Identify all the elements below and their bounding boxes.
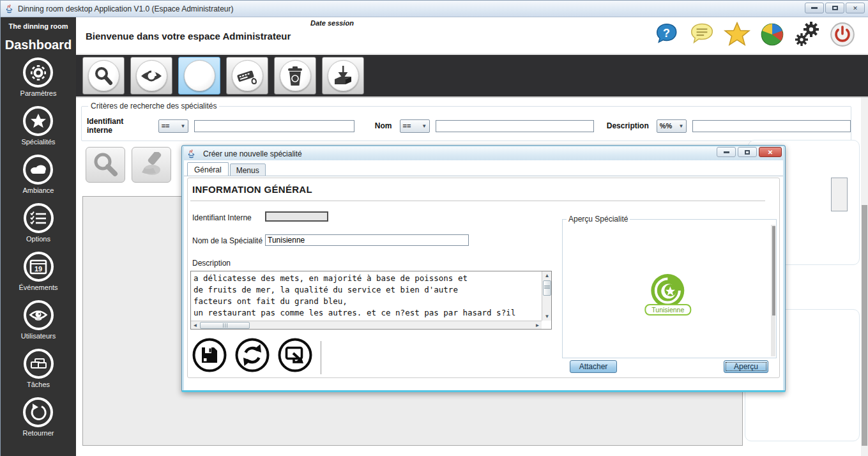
- search-id-operator-select[interactable]: ==▼: [158, 119, 189, 133]
- search-icon: [88, 60, 119, 91]
- id-internal-field[interactable]: [265, 211, 328, 222]
- scroll-down-arrow[interactable]: ▼: [542, 312, 552, 321]
- search-name-operator-select[interactable]: ==▼: [400, 119, 430, 133]
- search-execute-button[interactable]: [86, 147, 125, 183]
- vertical-scrollbar[interactable]: ▲ ▼: [542, 271, 551, 321]
- search-id-input[interactable]: [194, 120, 354, 132]
- scrollbar-thumb[interactable]: [200, 322, 250, 329]
- scrollbar-thumb[interactable]: [862, 205, 867, 446]
- close-button[interactable]: ✕: [846, 3, 865, 13]
- scroll-left-arrow[interactable]: ◄: [191, 321, 199, 330]
- dialog-close-button[interactable]: ✕: [759, 147, 782, 157]
- preview-legend: Aperçu Spécialité: [567, 215, 630, 224]
- sidebar-item-ambiance[interactable]: Ambiance: [23, 155, 54, 203]
- create-specialty-dialog: Créer une nouvelle spécialité ✕ Général …: [181, 145, 786, 392]
- refresh-button[interactable]: [234, 337, 270, 373]
- main-scrollbar[interactable]: [861, 98, 868, 456]
- section-heading: INFORMATION GÉNÉRAL: [192, 184, 312, 195]
- attach-button[interactable]: Attacher: [570, 360, 617, 373]
- toolbar-edit-button[interactable]: [226, 57, 268, 95]
- dialog-minimize-button[interactable]: [717, 147, 736, 157]
- window-title: Dinning room desktop Application V1.0 (E…: [18, 4, 234, 13]
- toolbar: [76, 54, 868, 98]
- dashboard-heading: Dashboard: [5, 38, 72, 52]
- specialty-badge-label: Tunisienne: [644, 304, 691, 315]
- gear-icon: [23, 57, 53, 87]
- preview-button[interactable]: Aperçu: [724, 360, 768, 373]
- toolbar-search-button[interactable]: [82, 57, 125, 95]
- header-actions: ?: [653, 20, 856, 49]
- sidebar: The dinning room Dashboard Paramètres Sp…: [1, 17, 76, 456]
- minimize-button[interactable]: [805, 3, 824, 13]
- heading-rule: [190, 201, 765, 201]
- exit-button[interactable]: [277, 337, 313, 373]
- description-text[interactable]: a délicatesse des mets, en majorité à ba…: [192, 272, 541, 320]
- gears-icon[interactable]: [794, 20, 821, 49]
- chevron-down-icon: ▼: [678, 123, 683, 129]
- maximize-button[interactable]: [825, 3, 844, 13]
- search-name-input[interactable]: [436, 120, 594, 132]
- preview-scrollbar[interactable]: [771, 225, 775, 356]
- trash-icon: [280, 60, 311, 91]
- description-textarea[interactable]: a délicatesse des mets, en majorité à ba…: [190, 271, 552, 330]
- specialty-preview-item[interactable]: Tunisienne: [644, 273, 691, 315]
- eye-icon: [24, 300, 54, 330]
- toolbar-view-button[interactable]: [130, 57, 172, 95]
- horizontal-scrollbar[interactable]: ◄ ►: [191, 321, 542, 329]
- dialog-title: Créer une nouvelle spécialité: [203, 149, 302, 158]
- calendar-icon: 19: [24, 252, 54, 282]
- dialog-content: INFORMATION GÉNÉRAL Identifiant Interne …: [184, 176, 783, 390]
- scrollbar-thumb[interactable]: [772, 226, 775, 315]
- search-icon: [93, 152, 118, 178]
- toolbar-archive-button[interactable]: [322, 57, 364, 95]
- keyboard-icon: [232, 60, 263, 91]
- search-criteria-group: Critères de recherche des spécialités Id…: [81, 102, 851, 141]
- scroll-up-arrow[interactable]: ▲: [542, 271, 552, 280]
- sidebar-item-specialites[interactable]: Spécialités: [21, 106, 55, 155]
- clear-criteria-button[interactable]: [132, 147, 171, 183]
- sidebar-item-parametres[interactable]: Paramètres: [20, 57, 57, 106]
- specialty-logo-icon: [651, 273, 685, 308]
- svg-text:19: 19: [34, 264, 42, 272]
- toolbar-new-button[interactable]: [178, 57, 220, 95]
- chevron-down-icon: ▼: [422, 123, 427, 129]
- search-desc-operator-select[interactable]: %%▼: [657, 119, 687, 133]
- sidebar-item-retourner[interactable]: Retourner: [23, 397, 54, 446]
- sidebar-item-evenements[interactable]: 19 Événements: [19, 252, 57, 300]
- pie-chart-icon[interactable]: [759, 20, 786, 49]
- search-desc-input[interactable]: [692, 120, 851, 132]
- search-desc-label: Description: [607, 121, 649, 130]
- comments-bubble-icon[interactable]: [689, 20, 715, 49]
- favorites-star-icon[interactable]: [724, 20, 750, 49]
- title-bar[interactable]: Dinning room desktop Application V1.0 (E…: [1, 1, 868, 17]
- java-logo-icon: [187, 149, 196, 159]
- svg-text:?: ?: [663, 27, 670, 40]
- application-window: Dinning room desktop Application V1.0 (E…: [0, 0, 868, 456]
- sidebar-item-options[interactable]: Options: [24, 203, 54, 252]
- star-icon: [23, 106, 53, 136]
- specialty-name-field[interactable]: [265, 234, 469, 246]
- power-icon[interactable]: [829, 20, 856, 49]
- eye-icon: [136, 60, 167, 91]
- description-label: Description: [192, 259, 231, 268]
- id-internal-label: Identifiant Interne: [192, 213, 252, 222]
- specialty-name-label: Nom de la Spécialité: [192, 236, 263, 245]
- java-logo-icon: [4, 4, 14, 14]
- sidebar-item-utilisateurs[interactable]: Utilisateurs: [21, 300, 56, 349]
- dialog-restore-button[interactable]: [738, 147, 757, 157]
- divider: [321, 341, 321, 374]
- cloud-icon: [23, 155, 53, 185]
- save-button[interactable]: [192, 337, 227, 373]
- scroll-right-arrow[interactable]: ►: [533, 321, 542, 330]
- search-id-label: Identifiant interne: [87, 117, 151, 135]
- dialog-title-bar[interactable]: Créer une nouvelle spécialité ✕: [184, 147, 783, 160]
- header: Date session Bienvenue dans votre espace…: [76, 17, 868, 54]
- windows-icon: [24, 349, 54, 379]
- sidebar-item-taches[interactable]: Tâches: [24, 349, 54, 397]
- undo-icon: [23, 397, 53, 427]
- toolbar-delete-button[interactable]: [274, 57, 316, 95]
- help-bubble-icon[interactable]: ?: [653, 20, 680, 49]
- checklist-icon: [24, 203, 54, 233]
- eraser-icon: [138, 152, 165, 178]
- scrollbar-thumb[interactable]: [543, 280, 551, 296]
